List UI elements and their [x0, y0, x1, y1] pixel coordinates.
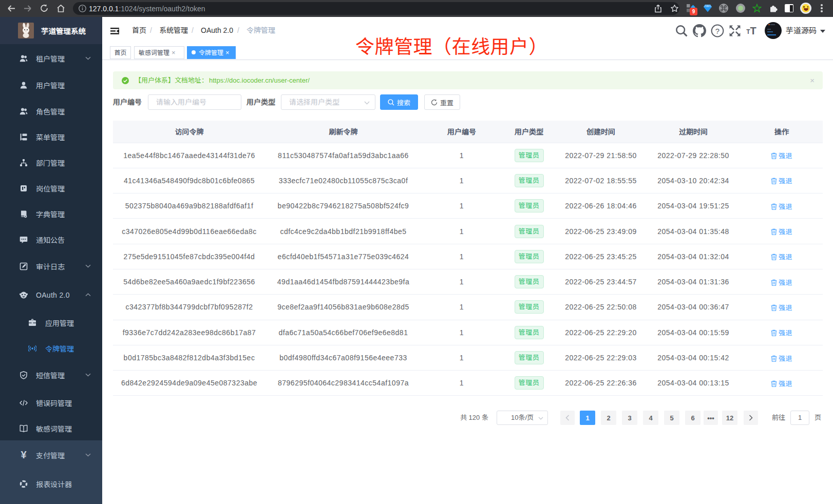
svg-text:?: ? — [715, 27, 720, 35]
